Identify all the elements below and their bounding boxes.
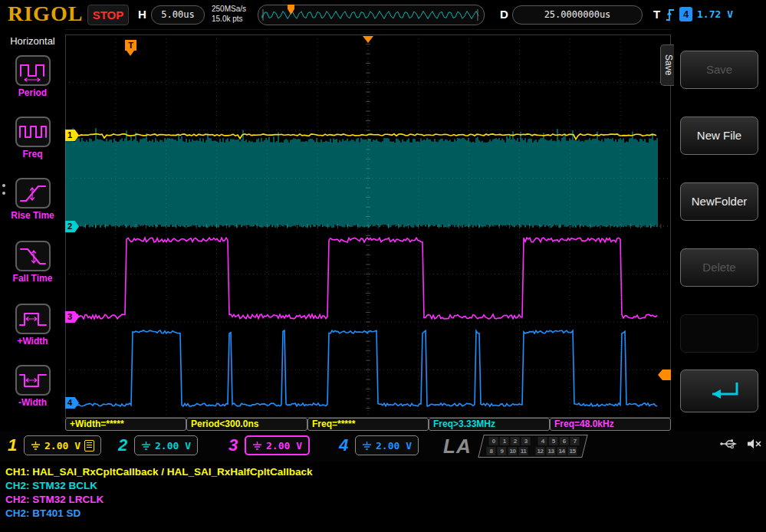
measurement-pwidth[interactable]: +Width=***** [65,418,186,431]
measurement-period[interactable]: Period<300.0ns [186,418,307,431]
run-state-badge[interactable]: STOP [87,5,129,25]
empty-menu-slot [680,314,758,353]
trigger-source-channel[interactable]: 4 [679,7,692,21]
back-button[interactable] [680,369,758,412]
logic-analyzer-status[interactable]: LA 01234567 89101112131415 [443,433,585,459]
user-annotations: CH1: HAL_SAI_RxCpltCallback / HAL_SAI_Rx… [5,465,313,521]
negative-width-icon [15,365,51,396]
waveform-graticule [65,34,671,418]
annotation-ch1: CH1: HAL_SAI_RxCpltCallback / HAL_SAI_Rx… [5,465,313,479]
period-icon [15,55,51,86]
menu-item-plus-width[interactable]: +Width [0,304,65,346]
channel-scale: 2.00 V [44,440,81,452]
rigol-logo: RIGOL [8,2,83,26]
channel-3-status[interactable]: 3 2.00 V [225,434,310,457]
channel-number: 1 [5,435,20,455]
la-digit-2: 2 [510,437,519,445]
timebase-value[interactable]: 5.00us [151,5,205,25]
annotation-ch4: CH2: BT401 SD [5,507,313,521]
la-digit-7: 7 [570,437,579,445]
speaker-muted-icon [747,438,762,449]
menu-item-label: +Width [0,336,65,346]
menu-item-label: Freq [0,149,65,159]
la-digit-0: 0 [488,437,498,445]
menu-item-minus-width[interactable]: -Width [0,365,65,408]
waveform-display[interactable]: T +Width=***** Period<300.0ns Freq=*****… [65,34,671,431]
menu-item-label: Fall Time [0,273,65,284]
fall-time-icon [15,241,51,271]
channel-scale: 2.00 V [376,440,412,452]
menu-title: Horizontal [0,35,65,47]
channel-number: 2 [115,435,130,455]
channel-number: 3 [225,435,241,455]
new-file-button[interactable]: New File [680,117,758,155]
trigger-position-marker[interactable]: T [125,40,136,51]
annotation-ch2: CH2: STM32 BCLK [5,479,313,493]
menu-item-label: Period [0,87,65,98]
measurement-freq-3[interactable]: Freq=48.0kHz [550,418,671,431]
la-digit-14: 14 [557,447,566,455]
menu-item-fall-time[interactable]: Fall Time [0,241,65,284]
channel-2-scale-box: 2.00 V [134,435,198,455]
trigger-label: T [653,8,660,21]
ground-coupling-icon [31,442,41,450]
la-digit-10: 10 [508,447,517,455]
menu-item-label: Rise Time [0,210,65,221]
menu-item-rise-time[interactable]: Rise Time [0,178,65,221]
channel-1-scale-box: 2.00 V [24,435,101,455]
return-arrow-icon [692,379,746,402]
menu-item-label: -Width [0,397,65,408]
delete-button[interactable]: Delete [680,248,758,287]
rising-edge-icon[interactable] [665,7,676,22]
menu-item-freq[interactable]: Freq [0,117,65,159]
usb-device-icon [719,438,738,450]
acquisition-info: 250MSa/s 15.0k pts [212,4,246,24]
la-digit-3: 3 [521,437,530,445]
la-channel-grid: 01234567 89101112131415 [478,435,587,458]
memory-depth: 15.0k pts [212,14,246,24]
positive-width-icon [15,304,51,334]
measurement-bar: +Width=***** Period<300.0ns Freq=***** F… [65,418,671,431]
rise-time-icon [15,178,51,209]
delay-center-marker[interactable] [363,36,373,43]
delay-value[interactable]: 25.0000000us [512,5,643,25]
horizontal-label: H [138,8,146,21]
menu-page-dots [2,179,5,199]
menu-item-period[interactable]: Period [0,55,65,98]
annotation-ch3: CH2: STM32 LRCLK [5,493,313,507]
la-digit-4: 4 [538,437,547,445]
channel-status-bar: 1 2.00 V 2 2.00 V 3 2.00 V 4 [0,431,766,461]
measurement-freq-2[interactable]: Freq>3.33MHz [429,418,550,431]
ground-coupling-icon [362,442,372,450]
menu-tab-save[interactable]: Save [660,44,674,86]
channel-number: 4 [336,435,351,455]
horizontal-measure-menu: Horizontal Period Freq Rise Time Fall Ti… [0,29,65,431]
new-folder-button[interactable]: NewFolder [680,182,758,221]
measurement-freq-1[interactable]: Freq=***** [307,418,429,431]
save-button[interactable]: Save [680,51,758,89]
la-label: LA [443,435,472,458]
la-digit-6: 6 [559,437,568,445]
frequency-icon [15,117,51,147]
waveform-position-preview[interactable] [258,5,485,25]
channel-2-status[interactable]: 2 2.00 V [115,434,198,457]
la-digit-1: 1 [499,437,508,445]
channel-1-status[interactable]: 1 2.00 V [5,434,101,457]
la-digit-13: 13 [546,447,555,455]
delay-label: D [500,8,508,21]
channel-label-icon [84,440,94,452]
trigger-level-value[interactable]: 1.72 V [697,8,733,20]
la-digit-15: 15 [567,447,577,455]
channel-scale: 2.00 V [155,440,191,452]
la-digit-5: 5 [548,437,557,445]
la-digit-8: 8 [486,447,495,455]
la-digit-9: 9 [497,447,506,455]
sample-rate: 250MSa/s [212,4,246,14]
save-menu: Save Save New File NewFolder Delete [671,29,766,431]
channel-4-status[interactable]: 4 2.00 V [336,434,419,457]
system-status-icons [719,438,762,450]
channel-4-scale-box: 2.00 V [355,435,419,455]
channel-scale: 2.00 V [266,440,302,452]
la-digit-11: 11 [518,447,528,455]
ground-coupling-icon [141,442,151,450]
